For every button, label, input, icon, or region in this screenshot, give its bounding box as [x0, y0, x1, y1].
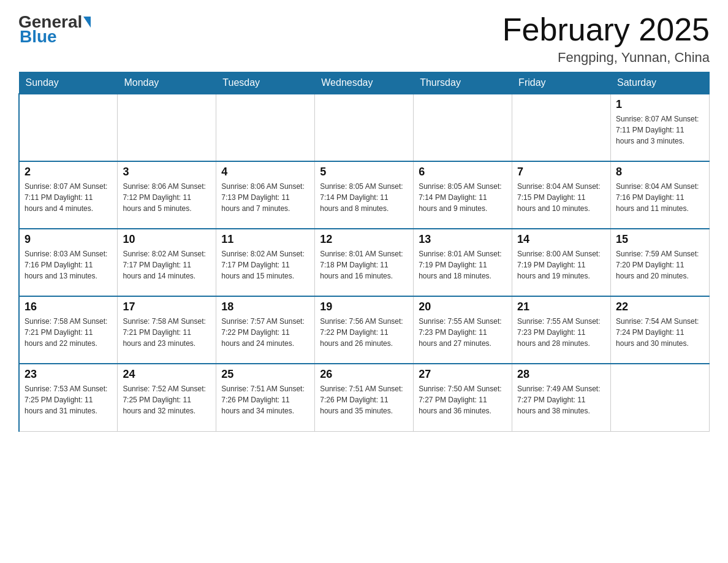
- day-info: Sunrise: 8:01 AM Sunset: 7:18 PM Dayligh…: [320, 248, 408, 282]
- day-number: 9: [25, 233, 112, 246]
- day-info: Sunrise: 8:04 AM Sunset: 7:16 PM Dayligh…: [616, 181, 704, 214]
- calendar-cell: [118, 94, 216, 161]
- calendar-day-header: Saturday: [611, 72, 710, 94]
- day-number: 4: [221, 166, 309, 178]
- day-number: 1: [616, 98, 704, 111]
- calendar-week-row: 16Sunrise: 7:58 AM Sunset: 7:21 PM Dayli…: [19, 296, 710, 364]
- calendar-cell: 20Sunrise: 7:55 AM Sunset: 7:23 PM Dayli…: [414, 296, 512, 364]
- day-number: 15: [616, 233, 704, 246]
- calendar-cell: [315, 94, 414, 161]
- calendar-cell: 13Sunrise: 8:01 AM Sunset: 7:19 PM Dayli…: [414, 229, 512, 296]
- day-info: Sunrise: 7:55 AM Sunset: 7:23 PM Dayligh…: [517, 316, 605, 349]
- day-info: Sunrise: 7:53 AM Sunset: 7:25 PM Dayligh…: [25, 383, 112, 416]
- calendar-header: SundayMondayTuesdayWednesdayThursdayFrid…: [19, 72, 710, 94]
- calendar-table: SundayMondayTuesdayWednesdayThursdayFrid…: [18, 72, 710, 432]
- day-info: Sunrise: 7:49 AM Sunset: 7:27 PM Dayligh…: [517, 383, 605, 416]
- day-number: 10: [123, 233, 211, 246]
- day-number: 12: [320, 233, 408, 246]
- calendar-cell: 1Sunrise: 8:07 AM Sunset: 7:11 PM Daylig…: [611, 94, 710, 161]
- calendar-cell: 23Sunrise: 7:53 AM Sunset: 7:25 PM Dayli…: [19, 364, 118, 431]
- day-number: 20: [419, 301, 507, 313]
- calendar-cell: 9Sunrise: 8:03 AM Sunset: 7:16 PM Daylig…: [19, 229, 118, 296]
- day-info: Sunrise: 8:02 AM Sunset: 7:17 PM Dayligh…: [123, 248, 211, 282]
- day-info: Sunrise: 8:00 AM Sunset: 7:19 PM Dayligh…: [517, 248, 605, 282]
- day-info: Sunrise: 8:05 AM Sunset: 7:14 PM Dayligh…: [320, 181, 408, 214]
- calendar-week-row: 23Sunrise: 7:53 AM Sunset: 7:25 PM Dayli…: [19, 364, 710, 431]
- day-info: Sunrise: 7:51 AM Sunset: 7:26 PM Dayligh…: [221, 383, 309, 416]
- day-number: 7: [517, 166, 605, 178]
- day-number: 8: [616, 166, 704, 178]
- calendar-day-header: Tuesday: [216, 72, 315, 94]
- day-info: Sunrise: 7:50 AM Sunset: 7:27 PM Dayligh…: [419, 383, 507, 416]
- day-info: Sunrise: 8:03 AM Sunset: 7:16 PM Dayligh…: [25, 248, 112, 282]
- calendar-day-header: Wednesday: [315, 72, 414, 94]
- calendar-cell: [19, 94, 118, 161]
- day-number: 2: [25, 166, 112, 178]
- day-info: Sunrise: 8:01 AM Sunset: 7:19 PM Dayligh…: [419, 248, 507, 282]
- calendar-cell: 6Sunrise: 8:05 AM Sunset: 7:14 PM Daylig…: [414, 161, 512, 229]
- day-number: 17: [123, 301, 211, 313]
- day-info: Sunrise: 7:58 AM Sunset: 7:21 PM Dayligh…: [25, 316, 112, 349]
- day-info: Sunrise: 8:07 AM Sunset: 7:11 PM Dayligh…: [25, 181, 112, 214]
- day-number: 18: [221, 301, 309, 313]
- page-header: General Blue February 2025 Fengping, Yun…: [18, 12, 710, 66]
- day-info: Sunrise: 8:06 AM Sunset: 7:13 PM Dayligh…: [221, 181, 309, 214]
- calendar-body: 1Sunrise: 8:07 AM Sunset: 7:11 PM Daylig…: [19, 94, 710, 431]
- day-number: 16: [25, 301, 112, 313]
- day-number: 22: [616, 301, 704, 313]
- calendar-cell: 12Sunrise: 8:01 AM Sunset: 7:18 PM Dayli…: [315, 229, 414, 296]
- day-info: Sunrise: 8:06 AM Sunset: 7:12 PM Dayligh…: [123, 181, 211, 214]
- calendar-cell: 14Sunrise: 8:00 AM Sunset: 7:19 PM Dayli…: [512, 229, 611, 296]
- day-number: 26: [320, 368, 408, 381]
- day-info: Sunrise: 7:52 AM Sunset: 7:25 PM Dayligh…: [123, 383, 211, 416]
- logo-arrow-icon: [83, 17, 91, 28]
- calendar-cell: 15Sunrise: 7:59 AM Sunset: 7:20 PM Dayli…: [611, 229, 710, 296]
- calendar-cell: [611, 364, 710, 431]
- calendar-cell: 17Sunrise: 7:58 AM Sunset: 7:21 PM Dayli…: [118, 296, 216, 364]
- day-number: 5: [320, 166, 408, 178]
- day-number: 24: [123, 368, 211, 381]
- location-subtitle: Fengping, Yunnan, China: [502, 50, 710, 66]
- calendar-day-header: Sunday: [19, 72, 118, 94]
- calendar-cell: 3Sunrise: 8:06 AM Sunset: 7:12 PM Daylig…: [118, 161, 216, 229]
- day-number: 13: [419, 233, 507, 246]
- day-info: Sunrise: 7:59 AM Sunset: 7:20 PM Dayligh…: [616, 248, 704, 282]
- calendar-cell: 19Sunrise: 7:56 AM Sunset: 7:22 PM Dayli…: [315, 296, 414, 364]
- day-info: Sunrise: 7:55 AM Sunset: 7:23 PM Dayligh…: [419, 316, 507, 349]
- day-info: Sunrise: 7:54 AM Sunset: 7:24 PM Dayligh…: [616, 316, 704, 349]
- day-info: Sunrise: 7:58 AM Sunset: 7:21 PM Dayligh…: [123, 316, 211, 349]
- calendar-week-row: 9Sunrise: 8:03 AM Sunset: 7:16 PM Daylig…: [19, 229, 710, 296]
- calendar-cell: [512, 94, 611, 161]
- calendar-day-header: Thursday: [414, 72, 512, 94]
- day-info: Sunrise: 8:07 AM Sunset: 7:11 PM Dayligh…: [616, 113, 704, 147]
- day-info: Sunrise: 8:04 AM Sunset: 7:15 PM Dayligh…: [517, 181, 605, 214]
- calendar-cell: 18Sunrise: 7:57 AM Sunset: 7:22 PM Dayli…: [216, 296, 315, 364]
- calendar-cell: 8Sunrise: 8:04 AM Sunset: 7:16 PM Daylig…: [611, 161, 710, 229]
- calendar-cell: 5Sunrise: 8:05 AM Sunset: 7:14 PM Daylig…: [315, 161, 414, 229]
- calendar-cell: 16Sunrise: 7:58 AM Sunset: 7:21 PM Dayli…: [19, 296, 118, 364]
- logo: General Blue: [18, 12, 92, 47]
- calendar-cell: 21Sunrise: 7:55 AM Sunset: 7:23 PM Dayli…: [512, 296, 611, 364]
- calendar-cell: 11Sunrise: 8:02 AM Sunset: 7:17 PM Dayli…: [216, 229, 315, 296]
- day-number: 28: [517, 368, 605, 381]
- day-number: 6: [419, 166, 507, 178]
- day-number: 23: [25, 368, 112, 381]
- calendar-day-header: Friday: [512, 72, 611, 94]
- calendar-week-row: 1Sunrise: 8:07 AM Sunset: 7:11 PM Daylig…: [19, 94, 710, 161]
- calendar-cell: 22Sunrise: 7:54 AM Sunset: 7:24 PM Dayli…: [611, 296, 710, 364]
- calendar-cell: 26Sunrise: 7:51 AM Sunset: 7:26 PM Dayli…: [315, 364, 414, 431]
- month-title: February 2025: [502, 12, 710, 47]
- calendar-cell: 28Sunrise: 7:49 AM Sunset: 7:27 PM Dayli…: [512, 364, 611, 431]
- calendar-cell: [414, 94, 512, 161]
- calendar-cell: 2Sunrise: 8:07 AM Sunset: 7:11 PM Daylig…: [19, 161, 118, 229]
- day-info: Sunrise: 7:51 AM Sunset: 7:26 PM Dayligh…: [320, 383, 408, 416]
- day-number: 27: [419, 368, 507, 381]
- calendar-cell: 7Sunrise: 8:04 AM Sunset: 7:15 PM Daylig…: [512, 161, 611, 229]
- day-info: Sunrise: 8:05 AM Sunset: 7:14 PM Dayligh…: [419, 181, 507, 214]
- day-number: 11: [221, 233, 309, 246]
- day-info: Sunrise: 7:57 AM Sunset: 7:22 PM Dayligh…: [221, 316, 309, 349]
- calendar-cell: [216, 94, 315, 161]
- calendar-cell: 24Sunrise: 7:52 AM Sunset: 7:25 PM Dayli…: [118, 364, 216, 431]
- day-number: 3: [123, 166, 211, 178]
- calendar-cell: 25Sunrise: 7:51 AM Sunset: 7:26 PM Dayli…: [216, 364, 315, 431]
